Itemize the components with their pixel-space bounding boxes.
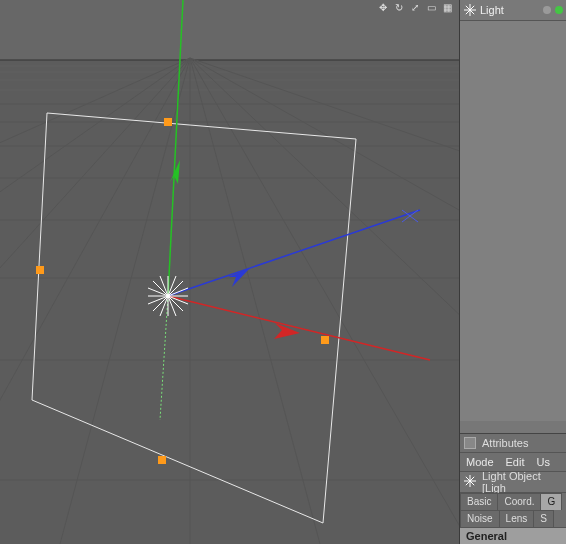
object-name[interactable]: Light	[480, 4, 504, 16]
vp-frame-icon[interactable]: ▭	[425, 2, 437, 14]
menu-user[interactable]: Us	[537, 456, 550, 468]
visibility-editor-dot[interactable]	[543, 6, 551, 14]
object-manager-item[interactable]: Light	[460, 0, 566, 21]
selection-handle-left[interactable]	[36, 266, 44, 274]
attributes-panel: Attributes Mode Edit Us Light Object [Li…	[460, 433, 566, 544]
light-burst-icon	[464, 4, 476, 16]
viewport-canvas[interactable]	[0, 0, 459, 544]
attributes-title: Attributes	[482, 437, 528, 449]
attributes-tabs-row2: Noise Lens S	[460, 510, 566, 527]
viewport-header: ✥ ↻ ⤢ ▭ ▦	[377, 0, 459, 16]
viewport-3d[interactable]: ✥ ↻ ⤢ ▭ ▦	[0, 0, 459, 544]
vp-panels-icon[interactable]: ▦	[441, 2, 453, 14]
tab-basic[interactable]: Basic	[460, 493, 498, 510]
tab-s[interactable]: S	[533, 510, 554, 527]
attributes-tabs-row1: Basic Coord. G	[460, 493, 566, 510]
selection-handle-bottom[interactable]	[158, 456, 166, 464]
visibility-render-dot[interactable]	[555, 6, 563, 14]
tab-noise[interactable]: Noise	[460, 510, 500, 527]
menu-edit[interactable]: Edit	[506, 456, 525, 468]
vp-rotate-icon[interactable]: ↻	[393, 2, 405, 14]
tab-coord[interactable]: Coord.	[497, 493, 541, 510]
tab-lens[interactable]: Lens	[499, 510, 535, 527]
ground	[0, 60, 459, 544]
light-burst-icon	[464, 475, 476, 489]
tab-general-partial[interactable]: G	[540, 493, 562, 510]
vp-zoom-icon[interactable]: ⤢	[409, 2, 421, 14]
right-panel: Light Attributes Mode Edit Us	[459, 0, 566, 544]
selection-handle-top[interactable]	[164, 118, 172, 126]
attributes-object-label: Light Object [Ligh	[482, 470, 563, 494]
attributes-titlebar[interactable]: Attributes	[460, 434, 566, 453]
vp-move-icon[interactable]: ✥	[377, 2, 389, 14]
attributes-pin-checkbox[interactable]	[464, 437, 476, 449]
menu-mode[interactable]: Mode	[466, 456, 494, 468]
attributes-section-general: General	[460, 527, 566, 544]
light-gizmo[interactable]	[148, 276, 188, 316]
object-manager-body[interactable]	[460, 21, 566, 421]
attributes-object-row: Light Object [Ligh	[460, 472, 566, 493]
selection-handle-right[interactable]	[321, 336, 329, 344]
